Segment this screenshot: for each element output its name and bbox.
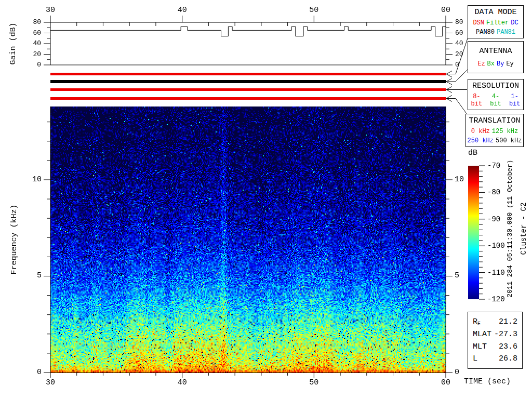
data-mode-legend-row: PAN80PAN81 bbox=[476, 29, 515, 36]
info-value: 21.2 bbox=[499, 317, 517, 327]
left-arrow-icon bbox=[446, 71, 456, 77]
translation-legend-row: 250 kHz500 kHz bbox=[468, 137, 522, 144]
time-tick-label: 50 bbox=[309, 379, 318, 387]
colorbar-title: dB bbox=[468, 149, 477, 157]
time-tick-label: 30 bbox=[46, 379, 55, 387]
freq-tick-label-right: 10 bbox=[455, 176, 464, 183]
info-label: MLAT bbox=[473, 330, 491, 339]
data-mode-legend-row: DSNFilterDC bbox=[473, 19, 518, 26]
antenna-legend-title: ANTENNA bbox=[479, 47, 512, 56]
antenna-bar bbox=[50, 80, 446, 83]
info-row-mlt: MLT23.6 bbox=[473, 342, 517, 351]
legend-item-dc: DC bbox=[511, 19, 518, 26]
time-tick-label: 00 bbox=[441, 379, 450, 387]
gain-ytick-label-left: 0 bbox=[19, 61, 41, 68]
info-label: RE bbox=[473, 317, 481, 327]
datetime-label: 2011 284 05:11:30.000 (11 October) bbox=[507, 159, 513, 297]
left-arrow-icon bbox=[446, 78, 456, 85]
gain-top-tick-label: 00 bbox=[441, 6, 450, 14]
legend-item-4-bit: 4-bit bbox=[487, 93, 504, 108]
legend-item-bx: Bx bbox=[487, 60, 495, 68]
data-mode-legend: DATA MODEDSNFilterDCPAN80PAN81 bbox=[468, 5, 524, 38]
gain-ytick-label-left: 60 bbox=[19, 30, 41, 36]
legend-item-1-bit: 1-bit bbox=[506, 93, 523, 108]
gain-top-tick-label: 40 bbox=[178, 6, 187, 14]
gain-ytick-label-right: 60 bbox=[455, 30, 463, 36]
legend-item-pan81: PAN81 bbox=[497, 29, 515, 36]
gain-ytick-label-right: 40 bbox=[455, 40, 463, 47]
translation-legend-title: TRANSLATION bbox=[469, 116, 520, 125]
colorbar-tick-label: -110 bbox=[487, 269, 505, 276]
colorbar-tick-label: -90 bbox=[487, 216, 500, 223]
info-label: L bbox=[473, 354, 477, 363]
legend-item-125-khz: 125 kHz bbox=[492, 128, 518, 135]
legend-item-ez: Ez bbox=[477, 60, 485, 68]
translation-legend: TRANSLATION0 kHz125 kHz250 kHz500 kHz bbox=[466, 114, 524, 147]
gain-ytick-label-left: 40 bbox=[19, 40, 41, 47]
resolution-legend: RESOLUTION8-bit4-bit1-bit bbox=[468, 79, 524, 110]
info-value: 23.6 bbox=[499, 342, 517, 351]
colorbar-tick-label: -70 bbox=[487, 162, 500, 169]
subscript: E bbox=[477, 321, 481, 327]
time-axis-title: TIME (sec) bbox=[464, 378, 511, 385]
resolution-legend-row: 8-bit4-bit1-bit bbox=[468, 93, 523, 108]
info-row-re: RE21.2 bbox=[473, 317, 517, 327]
gain-axis-title: Gain (dB) bbox=[9, 22, 17, 64]
info-value: -27.3 bbox=[494, 330, 517, 339]
info-label: MLT bbox=[473, 342, 487, 351]
legend-item-dsn: DSN bbox=[473, 19, 484, 26]
legend-item-filter: Filter bbox=[486, 19, 509, 26]
freq-tick-label-right: 0 bbox=[455, 368, 459, 376]
resolution-bar bbox=[50, 88, 446, 91]
gain-ytick-label-right: 80 bbox=[455, 19, 463, 25]
legend-item-by: By bbox=[497, 60, 504, 68]
data-mode-bar bbox=[50, 73, 446, 75]
freq-tick-label-left: 10 bbox=[20, 176, 42, 183]
antenna-legend: ANTENNAEzBxByEy bbox=[468, 41, 524, 73]
gain-ytick-label-right: 20 bbox=[455, 51, 463, 58]
axes-overlay bbox=[0, 0, 532, 399]
translation-legend-row: 0 kHz125 kHz bbox=[471, 128, 518, 135]
gain-top-tick-label: 30 bbox=[46, 6, 55, 14]
colorbar-tick-label: -120 bbox=[487, 296, 505, 303]
legend-connector-line bbox=[456, 99, 467, 115]
colorbar-tick-label: -80 bbox=[487, 189, 500, 196]
ephemeris-info-box: RE21.2MLAT-27.3MLT23.6L26.8 bbox=[468, 312, 523, 369]
legend-item-500-khz: 500 kHz bbox=[496, 137, 522, 144]
antenna-legend-row: EzBxByEy bbox=[477, 60, 514, 68]
gain-ytick-label-left: 20 bbox=[19, 51, 41, 58]
gain-ytick-label-left: 80 bbox=[19, 19, 41, 25]
legend-item-ey: Ey bbox=[506, 60, 513, 68]
info-row-l: L26.8 bbox=[473, 354, 517, 363]
legend-item-8-bit: 8-bit bbox=[468, 93, 485, 108]
legend-connector-line bbox=[456, 69, 468, 82]
legend-item-0-khz: 0 kHz bbox=[471, 128, 490, 135]
wbd-spectrogram-page: { "gain_panel": { "ylabel": "Gain (dB)",… bbox=[0, 0, 532, 399]
gain-plot-border bbox=[50, 22, 446, 65]
legend-item-pan80: PAN80 bbox=[476, 29, 495, 36]
gain-trace bbox=[50, 26, 446, 36]
frequency-axis-title: Frequency (kHz) bbox=[10, 204, 18, 274]
time-tick-label: 40 bbox=[178, 379, 187, 387]
info-row-mlat: MLAT-27.3 bbox=[473, 330, 517, 339]
translation-bar bbox=[50, 97, 446, 100]
freq-tick-label-right: 5 bbox=[455, 272, 459, 280]
left-arrow-icon bbox=[446, 96, 456, 102]
legend-item-250-khz: 250 kHz bbox=[468, 137, 494, 144]
freq-tick-label-left: 5 bbox=[20, 272, 42, 280]
colorbar-tick-label: -100 bbox=[487, 242, 505, 249]
left-arrow-icon bbox=[446, 87, 456, 93]
data-mode-legend-title: DATA MODE bbox=[474, 8, 516, 17]
spacecraft-label: Cluster - C2 bbox=[520, 203, 527, 255]
resolution-legend-title: RESOLUTION bbox=[472, 82, 519, 90]
gain-top-tick-label: 50 bbox=[309, 6, 318, 14]
freq-tick-label-left: 0 bbox=[20, 368, 42, 376]
info-value: 26.8 bbox=[499, 354, 517, 363]
gain-ytick-label-right: 0 bbox=[455, 61, 459, 68]
